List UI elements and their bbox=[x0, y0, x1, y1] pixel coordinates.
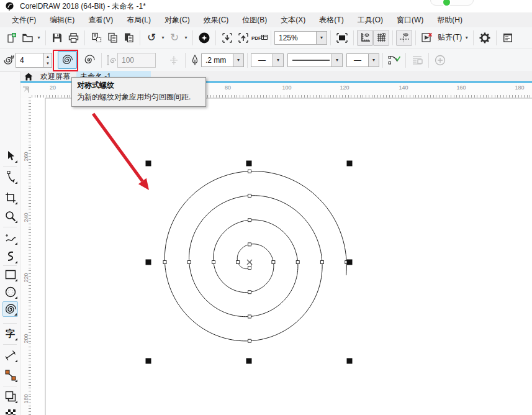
spiral-node[interactable] bbox=[248, 315, 251, 318]
selection-handle[interactable] bbox=[347, 358, 353, 364]
spiral-revolutions-input[interactable]: 4 bbox=[16, 53, 44, 68]
new-document-button[interactable] bbox=[3, 30, 19, 46]
ellipse-tool[interactable] bbox=[2, 284, 18, 299]
crop-tool[interactable] bbox=[2, 189, 18, 205]
zoom-level-dropdown[interactable]: ▾ bbox=[317, 31, 327, 45]
redo-dropdown[interactable]: ▾ bbox=[183, 30, 189, 46]
show-grid-toggle[interactable] bbox=[373, 30, 389, 46]
menu-bitmaps[interactable]: 位图(B) bbox=[235, 12, 274, 28]
snap-to-dropdown[interactable]: ▾ bbox=[463, 30, 470, 46]
menu-object[interactable]: 对象(C) bbox=[158, 12, 197, 28]
menu-text[interactable]: 文本(X) bbox=[274, 12, 312, 28]
artistic-media-tool[interactable] bbox=[2, 249, 18, 264]
spiral-path[interactable] bbox=[165, 171, 346, 341]
end-arrowhead-dropdown[interactable]: ▾ bbox=[369, 53, 379, 67]
spiral-node[interactable] bbox=[248, 339, 251, 342]
menu-window[interactable]: 窗口(W) bbox=[390, 12, 430, 28]
dimension-tool[interactable] bbox=[2, 347, 18, 363]
red-annotation-arrow bbox=[93, 114, 149, 190]
open-dropdown[interactable]: ▾ bbox=[35, 30, 42, 46]
spiral-node[interactable] bbox=[187, 261, 191, 264]
menu-effects[interactable]: 效果(C) bbox=[197, 12, 236, 28]
undo-button[interactable]: ↺ bbox=[143, 30, 160, 46]
cut-button[interactable] bbox=[88, 30, 104, 46]
freehand-tool[interactable] bbox=[2, 230, 18, 245]
spiral-node[interactable] bbox=[248, 219, 251, 222]
drawing-canvas[interactable] bbox=[31, 98, 532, 415]
snap-to-label[interactable]: 贴齐(T) bbox=[438, 32, 462, 43]
object-center-mark[interactable] bbox=[247, 260, 252, 265]
selection-handle[interactable] bbox=[146, 161, 151, 166]
spiral-node[interactable] bbox=[248, 243, 251, 246]
outline-width-dropdown[interactable]: ▾ bbox=[233, 53, 244, 67]
selection-handle[interactable] bbox=[347, 161, 353, 166]
spin-up-icon[interactable]: ▲ bbox=[44, 53, 52, 60]
spiral-node[interactable] bbox=[248, 267, 251, 270]
spiral-node[interactable] bbox=[212, 261, 215, 264]
spiral-node[interactable] bbox=[272, 261, 275, 264]
wrap-text-button[interactable] bbox=[409, 52, 425, 68]
options-button[interactable] bbox=[477, 30, 493, 46]
spiral-node[interactable] bbox=[248, 194, 251, 197]
close-curve-button[interactable] bbox=[386, 52, 402, 68]
selection-handle[interactable] bbox=[246, 358, 252, 364]
undo-dropdown[interactable]: ▾ bbox=[160, 30, 166, 46]
menu-file[interactable]: 文件(F) bbox=[5, 12, 43, 28]
selection-handle[interactable] bbox=[146, 358, 151, 364]
symmetric-spiral-button[interactable] bbox=[58, 51, 77, 69]
show-rulers-toggle[interactable] bbox=[357, 30, 373, 46]
spiral-node[interactable] bbox=[296, 261, 299, 264]
menu-tools[interactable]: 工具(O) bbox=[351, 12, 390, 28]
export-button[interactable] bbox=[235, 30, 251, 46]
shape-tool[interactable] bbox=[2, 169, 18, 185]
start-arrowhead-field[interactable]: — bbox=[251, 53, 273, 67]
logarithmic-spiral-button[interactable] bbox=[80, 51, 98, 69]
selection-handle[interactable] bbox=[246, 161, 252, 166]
spiral-node[interactable] bbox=[248, 170, 251, 173]
spiral-tool[interactable] bbox=[2, 301, 18, 317]
transparency-tool[interactable] bbox=[2, 406, 18, 415]
menu-view[interactable]: 查看(V) bbox=[81, 12, 120, 28]
spin-down-icon[interactable]: ▼ bbox=[44, 60, 52, 67]
canvas-svg[interactable] bbox=[31, 98, 532, 415]
pick-tool[interactable] bbox=[2, 148, 18, 163]
ruler-origin-corner[interactable] bbox=[20, 83, 31, 98]
outline-width-field[interactable]: .2 mm bbox=[201, 53, 233, 67]
spiral-node[interactable] bbox=[248, 291, 251, 294]
zoom-tool[interactable] bbox=[2, 208, 18, 224]
menu-help[interactable]: 帮助(H) bbox=[430, 12, 469, 28]
selection-handle[interactable] bbox=[347, 260, 353, 265]
zoom-level-field[interactable]: 125% bbox=[274, 31, 317, 45]
spiral-revolutions-spinner[interactable]: ▲ ▼ bbox=[44, 53, 52, 68]
menu-edit[interactable]: 编辑(E) bbox=[43, 12, 81, 28]
rectangle-tool[interactable] bbox=[2, 267, 18, 282]
search-content-button[interactable] bbox=[196, 30, 212, 46]
spiral-node[interactable] bbox=[237, 261, 240, 264]
copy-button[interactable] bbox=[104, 30, 120, 46]
launch-panel-button[interactable] bbox=[500, 30, 516, 46]
start-arrowhead-dropdown[interactable]: ▾ bbox=[273, 53, 284, 67]
publish-pdf-button[interactable]: PDF bbox=[251, 30, 268, 46]
spiral-node[interactable] bbox=[163, 261, 166, 264]
text-tool[interactable]: 字 bbox=[2, 326, 18, 341]
paste-button[interactable] bbox=[120, 30, 137, 46]
line-style-field[interactable] bbox=[287, 53, 332, 67]
save-button[interactable] bbox=[49, 30, 65, 46]
spiral-node[interactable] bbox=[320, 261, 323, 264]
connector-tool[interactable] bbox=[2, 367, 18, 383]
line-style-dropdown[interactable]: ▾ bbox=[332, 53, 343, 67]
menu-table[interactable]: 表格(T) bbox=[312, 12, 350, 28]
print-button[interactable] bbox=[65, 30, 81, 46]
fullscreen-preview-button[interactable] bbox=[334, 30, 350, 46]
vertical-ruler[interactable]: 260240220200180 bbox=[20, 98, 31, 415]
add-preset-button[interactable] bbox=[432, 52, 448, 68]
open-button[interactable] bbox=[19, 30, 35, 46]
show-guidelines-toggle[interactable] bbox=[396, 30, 412, 46]
end-arrowhead-field[interactable]: — bbox=[346, 53, 369, 67]
snap-off-button[interactable] bbox=[419, 30, 435, 46]
selection-handle[interactable] bbox=[146, 260, 151, 265]
redo-button[interactable]: ↻ bbox=[166, 30, 183, 46]
drop-shadow-tool[interactable] bbox=[2, 388, 18, 404]
import-button[interactable] bbox=[219, 30, 235, 46]
menu-layout[interactable]: 布局(L) bbox=[120, 12, 158, 28]
